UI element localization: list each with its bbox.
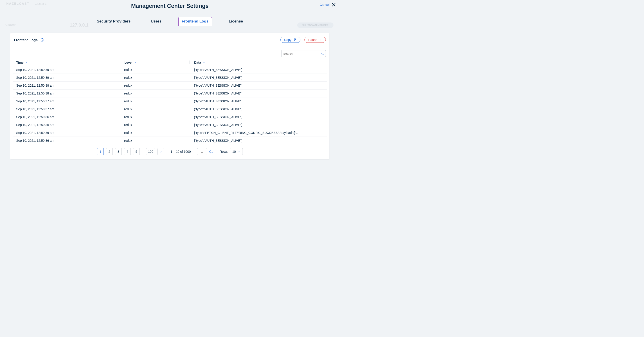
column-data-label: Data bbox=[194, 61, 201, 64]
page-3[interactable]: 3 bbox=[115, 148, 122, 155]
copy-icon bbox=[293, 38, 296, 42]
logs-panel: Frontend Logs Copy Pause bbox=[10, 33, 330, 159]
go-button[interactable]: Go bbox=[209, 150, 214, 154]
chevron-right-icon bbox=[160, 150, 162, 153]
panel-title: Frontend Logs bbox=[14, 38, 38, 42]
cell-time: Sep 10, 2021, 12:50:36 am bbox=[16, 139, 120, 142]
cell-level: redux bbox=[120, 115, 190, 119]
cell-data: {"type":"AUTH_SESSION_ALIVE"} bbox=[190, 100, 324, 103]
page-2[interactable]: 2 bbox=[106, 148, 113, 155]
cell-level: redux bbox=[120, 92, 190, 95]
cell-time: Sep 10, 2021, 12:50:36 am bbox=[16, 115, 120, 119]
table-row[interactable]: Sep 10, 2021, 12:50:36 amredux{"type":"A… bbox=[13, 113, 327, 121]
cell-level: redux bbox=[120, 131, 190, 134]
column-level-label: Level bbox=[124, 61, 132, 64]
table-row[interactable]: Sep 10, 2021, 12:50:38 amredux{"type":"A… bbox=[13, 89, 327, 97]
cell-time: Sep 10, 2021, 12:50:37 am bbox=[16, 100, 120, 103]
cell-data: {"type":"AUTH_SESSION_ALIVE"} bbox=[190, 84, 324, 87]
cell-data: {"type":"AUTH_SESSION_ALIVE"} bbox=[190, 92, 324, 95]
cell-time: Sep 10, 2021, 12:50:37 am bbox=[16, 107, 120, 111]
cell-data: {"type":"AUTH_SESSION_ALIVE"} bbox=[190, 123, 324, 127]
settings-modal: Management Center Settings Cancel Securi… bbox=[0, 0, 340, 178]
page-range: 1 – 10 of 1000 bbox=[170, 150, 191, 154]
cell-time: Sep 10, 2021, 12:50:39 am bbox=[16, 76, 120, 80]
table-row[interactable]: Sep 10, 2021, 12:50:38 amredux{"type":"A… bbox=[13, 82, 327, 89]
svg-point-1 bbox=[322, 53, 323, 54]
close-icon[interactable] bbox=[331, 2, 336, 7]
page-next[interactable] bbox=[158, 148, 164, 155]
table-row[interactable]: Sep 10, 2021, 12:50:36 amredux{"type":"F… bbox=[13, 129, 327, 136]
tab-security-providers[interactable]: Security Providers bbox=[94, 17, 134, 26]
rows-label: Rows bbox=[220, 150, 228, 154]
cell-data: {"type":"AUTH_SESSION_ALIVE"} bbox=[190, 76, 324, 80]
cell-time: Sep 10, 2021, 12:50:36 am bbox=[16, 131, 120, 134]
pause-button[interactable]: Pause bbox=[304, 37, 326, 43]
copy-button[interactable]: Copy bbox=[280, 37, 300, 43]
goto-page-input[interactable] bbox=[197, 148, 207, 155]
page-4[interactable]: 4 bbox=[124, 148, 131, 155]
search-input[interactable] bbox=[283, 52, 321, 55]
cell-data: {"type":"FETCH_CLIENT_FILTERING_CONFIG_S… bbox=[190, 131, 324, 134]
tab-frontend-logs[interactable]: Frontend Logs bbox=[178, 17, 212, 26]
table-header: Time ︿ Level ︿ Data ︿ bbox=[13, 59, 327, 66]
cell-level: redux bbox=[120, 123, 190, 127]
tab-bar: Security Providers Users Frontend Logs L… bbox=[45, 17, 295, 26]
cell-time: Sep 10, 2021, 12:50:38 am bbox=[16, 84, 120, 87]
column-time[interactable]: Time ︿ bbox=[16, 60, 120, 64]
table-row[interactable]: Sep 10, 2021, 12:50:36 amredux{"type":"A… bbox=[13, 121, 327, 129]
table-row[interactable]: Sep 10, 2021, 12:50:39 amredux{"type":"A… bbox=[13, 74, 327, 82]
table-body: Sep 10, 2021, 12:50:39 amredux{"type":"A… bbox=[13, 66, 327, 144]
cell-level: redux bbox=[120, 107, 190, 111]
rows-value: 10 bbox=[232, 150, 236, 154]
column-data[interactable]: Data ︿ bbox=[190, 60, 324, 64]
column-level[interactable]: Level ︿ bbox=[120, 60, 190, 64]
pagination: 1 2 3 4 5 – 100 1 – 10 of 1000 Go Rows 1… bbox=[13, 144, 327, 155]
tab-users[interactable]: Users bbox=[148, 17, 165, 26]
cell-time: Sep 10, 2021, 12:50:36 am bbox=[16, 123, 120, 127]
table-row[interactable]: Sep 10, 2021, 12:50:37 amredux{"type":"A… bbox=[13, 97, 327, 105]
table-row[interactable]: Sep 10, 2021, 12:50:37 amredux{"type":"A… bbox=[13, 105, 327, 113]
page-last[interactable]: 100 bbox=[146, 148, 155, 155]
cell-data: {"type":"AUTH_SESSION_ALIVE"} bbox=[190, 107, 324, 111]
rows-per-page-select[interactable]: 10 bbox=[230, 148, 243, 155]
document-icon[interactable] bbox=[40, 38, 44, 42]
column-time-label: Time bbox=[16, 61, 24, 64]
sort-asc-icon: ︿ bbox=[203, 60, 206, 64]
cell-level: redux bbox=[120, 68, 190, 72]
cell-level: redux bbox=[120, 100, 190, 103]
sort-asc-icon: ︿ bbox=[25, 60, 28, 64]
chevron-down-icon bbox=[238, 150, 241, 153]
page-5[interactable]: 5 bbox=[133, 148, 140, 155]
search-icon bbox=[321, 52, 324, 55]
sort-asc-icon: ︿ bbox=[134, 60, 137, 64]
cell-level: redux bbox=[120, 76, 190, 80]
cell-data: {"type":"AUTH_SESSION_ALIVE"} bbox=[190, 139, 324, 142]
pause-label: Pause bbox=[308, 38, 317, 42]
search-box[interactable] bbox=[281, 50, 326, 57]
cell-data: {"type":"AUTH_SESSION_ALIVE"} bbox=[190, 68, 324, 72]
cell-data: {"type":"AUTH_SESSION_ALIVE"} bbox=[190, 115, 324, 119]
modal-title: Management Center Settings bbox=[131, 3, 209, 9]
cell-level: redux bbox=[120, 139, 190, 142]
tab-license[interactable]: License bbox=[226, 17, 246, 26]
table-row[interactable]: Sep 10, 2021, 12:50:39 amredux{"type":"A… bbox=[13, 66, 327, 74]
cancel-link[interactable]: Cancel bbox=[320, 3, 330, 6]
pause-icon bbox=[319, 38, 322, 42]
page-separator: – bbox=[142, 150, 144, 154]
cell-level: redux bbox=[120, 84, 190, 87]
page-1[interactable]: 1 bbox=[97, 148, 104, 155]
copy-label: Copy bbox=[284, 38, 292, 42]
svg-rect-0 bbox=[294, 39, 296, 41]
cell-time: Sep 10, 2021, 12:50:39 am bbox=[16, 68, 120, 72]
cell-time: Sep 10, 2021, 12:50:38 am bbox=[16, 92, 120, 95]
table-row[interactable]: Sep 10, 2021, 12:50:36 amredux{"type":"A… bbox=[13, 136, 327, 144]
